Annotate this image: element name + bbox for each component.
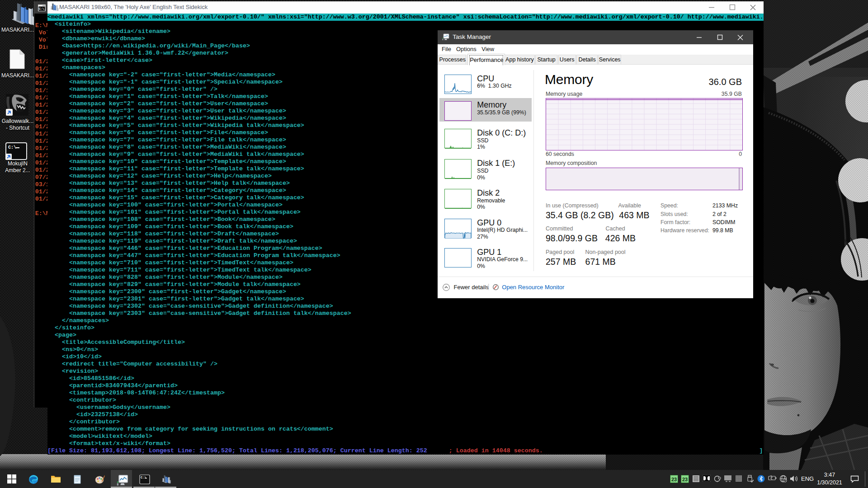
svg-text:C:\: C:\	[141, 476, 146, 479]
svg-text:C:\.: C:\.	[39, 8, 46, 11]
svg-text:C:\: C:\	[8, 145, 16, 150]
svg-text:23: 23	[682, 477, 688, 482]
svg-text:23: 23	[671, 477, 677, 482]
